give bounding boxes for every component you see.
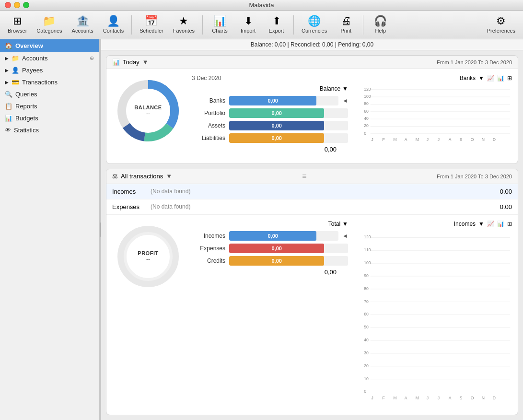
- t-incomes-bar: 0,00: [229, 231, 316, 241]
- accounts-chevron-icon: ⊕: [90, 55, 94, 61]
- divider-2: [202, 15, 203, 35]
- banks-value: 0,00: [268, 98, 278, 104]
- sidebar-item-overview[interactable]: 🏠 Overview: [0, 39, 99, 52]
- sidebar-item-statistics[interactable]: 👁 Statistics: [0, 124, 99, 136]
- toolbar-accounts[interactable]: 🏦 Accounts: [68, 14, 97, 35]
- t-expenses-value: 0,00: [271, 245, 281, 251]
- toolbar-browser-label: Browser: [8, 28, 27, 34]
- accounts-folder-icon: 📁: [12, 55, 19, 62]
- svg-text:J: J: [372, 137, 373, 142]
- toolbar-browser[interactable]: ⊞ Browser: [4, 14, 31, 35]
- balance-panel-header: 📊 Today ▼ From 1 Jan 2020 To 3 Dec 2020: [106, 56, 518, 69]
- toolbar-preferences[interactable]: ⚙ Preferences: [483, 14, 519, 35]
- balance-row-liabilities: Liabilities 0,00: [192, 133, 348, 143]
- charts-icon: 📊: [213, 16, 226, 26]
- content-area: Balance: 0,00 | Reconciled: 0,00 | Pendi…: [101, 39, 523, 420]
- svg-text:S: S: [460, 396, 463, 400]
- t-credits-bar: 0,00: [229, 256, 324, 266]
- incomes-chart-dropdown[interactable]: ▼: [478, 221, 484, 227]
- sidebar-item-transactions[interactable]: ▶ 💳 Transactions: [0, 76, 99, 88]
- svg-text:50: 50: [364, 325, 369, 329]
- transactions-expand-icon: ▶: [5, 80, 9, 85]
- transactions-chart-svg: 120 110 100 90 80 70 60 50 40 30 20 10: [356, 229, 512, 411]
- balance-chart-svg: 120 100 80 60 40 20 0: [356, 83, 512, 158]
- transactions-dropdown-icon[interactable]: ▼: [166, 173, 172, 180]
- svg-text:J: J: [427, 137, 429, 142]
- transaction-row-expenses: Expenses 0,00: [192, 244, 348, 253]
- maximize-button[interactable]: [23, 2, 29, 8]
- sidebar-item-queries[interactable]: 🔍 Queries: [0, 88, 99, 100]
- sidebar-queries-label: Queries: [15, 91, 37, 98]
- sidebar-item-accounts[interactable]: ▶ 📁 Accounts ⊕: [0, 52, 99, 64]
- portfolio-label: Portfolio: [192, 110, 225, 117]
- bar-chart-icon[interactable]: 📊: [497, 75, 504, 82]
- banks-bar: 0,00: [229, 96, 316, 105]
- today-dropdown-icon[interactable]: ▼: [142, 58, 149, 66]
- sidebar-item-payees[interactable]: ▶ 👤 Payees: [0, 64, 99, 76]
- svg-text:110: 110: [364, 247, 371, 252]
- svg-text:M: M: [416, 137, 419, 142]
- balance-header: Balance ▼: [192, 85, 348, 92]
- svg-text:M: M: [394, 137, 397, 142]
- t-credits-value: 0,00: [271, 258, 281, 264]
- sidebar-item-budgets[interactable]: 📊 Budgets: [0, 112, 99, 124]
- sidebar: 🏠 Overview ▶ 📁 Accounts ⊕ ▶ 👤 Payees ▶ 💳…: [0, 39, 99, 420]
- t-incomes-label: Incomes: [192, 233, 225, 239]
- app-title: Malavida: [249, 1, 274, 9]
- balance-panel: 📊 Today ▼ From 1 Jan 2020 To 3 Dec 2020: [106, 55, 518, 164]
- contacts-icon: 👤: [107, 16, 120, 26]
- toolbar-export-label: Export: [269, 28, 284, 34]
- t-bar-chart-icon[interactable]: 📊: [497, 221, 504, 227]
- toolbar-charts-label: Charts: [212, 28, 227, 34]
- toolbar-scheduler[interactable]: 📅 Scheduler: [136, 14, 167, 35]
- reports-icon: 📋: [5, 103, 12, 110]
- t-expenses-bar-container: 0,00: [229, 244, 348, 253]
- window-controls[interactable]: [5, 2, 29, 8]
- toolbar-import[interactable]: ⬇ Import: [235, 14, 261, 35]
- balance-rows-section: 3 Dec 2020 Balance ▼ Banks 0,00: [192, 75, 348, 159]
- svg-text:D: D: [493, 137, 496, 142]
- toolbar-favorites[interactable]: ★ Favorites: [169, 14, 198, 35]
- assets-label: Assets: [192, 122, 225, 129]
- toolbar-categories[interactable]: 📁 Categories: [33, 14, 66, 35]
- toolbar-export[interactable]: ⬆ Export: [263, 14, 290, 35]
- balance-dropdown-icon[interactable]: ▼: [342, 85, 348, 92]
- banks-chart-dropdown[interactable]: ▼: [478, 75, 484, 82]
- titlebar: Malavida: [0, 0, 523, 11]
- svg-text:100: 100: [364, 260, 371, 265]
- t-area-chart-icon[interactable]: 📈: [487, 221, 494, 227]
- svg-text:40: 40: [364, 116, 369, 121]
- sidebar-reports-label: Reports: [15, 103, 37, 110]
- svg-text:J: J: [438, 396, 440, 400]
- toolbar-preferences-label: Preferences: [487, 28, 515, 34]
- svg-text:A: A: [405, 137, 407, 142]
- t-expenses-bar: 0,00: [229, 244, 324, 253]
- export-icon: ⬆: [272, 16, 281, 26]
- minimize-button[interactable]: [14, 2, 20, 8]
- toolbar-charts[interactable]: 📊 Charts: [207, 14, 233, 35]
- t-credits-label: Credits: [192, 257, 225, 264]
- area-chart-icon[interactable]: 📈: [487, 75, 494, 82]
- portfolio-bar-container: 0,00: [229, 108, 348, 118]
- toolbar-contacts[interactable]: 👤 Contacts: [99, 14, 128, 35]
- transaction-rows-section: Total ▼ Incomes 0,00 ◄: [192, 221, 348, 413]
- sidebar-resize-handle[interactable]: [99, 39, 101, 420]
- toolbar-print[interactable]: 🖨 Print: [333, 14, 359, 35]
- grid-icon[interactable]: ⊞: [507, 75, 512, 82]
- close-button[interactable]: [5, 2, 11, 8]
- total-dropdown-icon[interactable]: ▼: [342, 221, 348, 227]
- toolbar: ⊞ Browser 📁 Categories 🏦 Accounts 👤 Cont…: [0, 11, 523, 39]
- toolbar-import-label: Import: [241, 28, 256, 34]
- toolbar-help[interactable]: 🎧 Help: [367, 14, 394, 35]
- banks-bar-container: 0,00: [229, 96, 338, 105]
- t-grid-icon[interactable]: ⊞: [507, 221, 512, 227]
- sidebar-item-reports[interactable]: 📋 Reports: [0, 100, 99, 112]
- divider-1: [131, 15, 132, 35]
- incomes-label: Incomes: [112, 188, 151, 195]
- balance-panel-title-area: 📊 Today ▼: [112, 58, 149, 66]
- transactions-icon: 💳: [12, 79, 19, 86]
- toolbar-currencies[interactable]: 🌐 Currencies: [298, 14, 331, 35]
- balance-panel-icon: 📊: [112, 58, 120, 66]
- portfolio-bar: 0,00: [229, 108, 324, 118]
- balance-row-portfolio: Portfolio 0,00: [192, 108, 348, 118]
